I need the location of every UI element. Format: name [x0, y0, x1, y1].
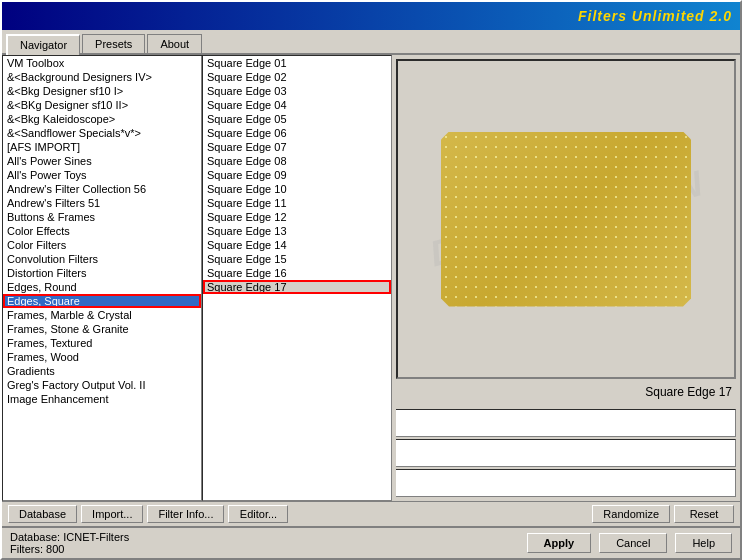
middle-list-item[interactable]: Square Edge 13: [203, 224, 391, 238]
left-list-item[interactable]: All's Power Sines: [3, 154, 201, 168]
preview-label: Square Edge 17: [396, 383, 736, 401]
left-panel[interactable]: VM Toolbox&<Background Designers IV>&<Bk…: [2, 55, 202, 501]
preview-image: [441, 132, 691, 307]
left-list-item[interactable]: &<Sandflower Specials*v*>: [3, 126, 201, 140]
tab-navigator[interactable]: Navigator: [6, 34, 80, 55]
middle-list-item[interactable]: Square Edge 17: [203, 280, 391, 294]
preview-dots: [441, 132, 691, 307]
editor-button[interactable]: Editor...: [228, 505, 288, 523]
left-list-item[interactable]: All's Power Toys: [3, 168, 201, 182]
help-button[interactable]: Help: [675, 533, 732, 553]
left-list-item[interactable]: Image Enhancement: [3, 392, 201, 406]
middle-list-item[interactable]: Square Edge 09: [203, 168, 391, 182]
main-content: VM Toolbox&<Background Designers IV>&<Bk…: [2, 55, 740, 501]
left-list-item[interactable]: Frames, Marble & Crystal: [3, 308, 201, 322]
left-list-item[interactable]: VM Toolbox: [3, 56, 201, 70]
sub-preview-2: [396, 439, 736, 467]
main-window: Filters Unlimited 2.0 Navigator Presets …: [0, 0, 742, 560]
left-list-item[interactable]: Convolution Filters: [3, 252, 201, 266]
middle-list-item[interactable]: Square Edge 05: [203, 112, 391, 126]
reset-button[interactable]: Reset: [674, 505, 734, 523]
app-title: Filters Unlimited 2.0: [578, 8, 732, 24]
middle-list-item[interactable]: Square Edge 06: [203, 126, 391, 140]
middle-list-item[interactable]: Square Edge 15: [203, 252, 391, 266]
left-list-item[interactable]: Distortion Filters: [3, 266, 201, 280]
filters-value: 800: [46, 543, 64, 555]
tab-about[interactable]: About: [147, 34, 202, 53]
middle-list-item[interactable]: Square Edge 14: [203, 238, 391, 252]
right-panel: DEMO VERSION Square Edge 17: [392, 55, 740, 501]
left-list-item[interactable]: &<Background Designers IV>: [3, 70, 201, 84]
middle-list-item[interactable]: Square Edge 04: [203, 98, 391, 112]
filter-info-button[interactable]: Filter Info...: [147, 505, 224, 523]
preview-image-bg: [441, 132, 691, 307]
left-list-item[interactable]: Frames, Wood: [3, 350, 201, 364]
preview-box: DEMO VERSION: [396, 59, 736, 379]
sub-preview-1: [396, 409, 736, 437]
middle-list-item[interactable]: Square Edge 01: [203, 56, 391, 70]
tab-presets[interactable]: Presets: [82, 34, 145, 53]
left-list-item[interactable]: Greg's Factory Output Vol. II: [3, 378, 201, 392]
status-section: Database: ICNET-Filters Filters: 800: [10, 531, 129, 555]
database-label: Database:: [10, 531, 63, 543]
left-list-item[interactable]: Edges, Square: [3, 294, 201, 308]
import-button[interactable]: Import...: [81, 505, 143, 523]
middle-list-item[interactable]: Square Edge 03: [203, 84, 391, 98]
left-list-item[interactable]: Color Effects: [3, 224, 201, 238]
left-list-item[interactable]: &<Bkg Kaleidoscope>: [3, 112, 201, 126]
left-list-item[interactable]: Gradients: [3, 364, 201, 378]
left-list-item[interactable]: [AFS IMPORT]: [3, 140, 201, 154]
sub-preview-row: [396, 409, 736, 497]
status-bar: Database: ICNET-Filters Filters: 800 App…: [2, 526, 740, 558]
tab-bar: Navigator Presets About: [2, 30, 740, 55]
middle-list-item[interactable]: Square Edge 08: [203, 154, 391, 168]
left-list-item[interactable]: Color Filters: [3, 238, 201, 252]
left-list-item[interactable]: Andrew's Filters 51: [3, 196, 201, 210]
randomize-button[interactable]: Randomize: [592, 505, 670, 523]
middle-list-item[interactable]: Square Edge 02: [203, 70, 391, 84]
left-list-item[interactable]: Frames, Textured: [3, 336, 201, 350]
middle-list-item[interactable]: Square Edge 16: [203, 266, 391, 280]
filters-label: Filters:: [10, 543, 46, 555]
left-list-item[interactable]: &<BKg Designer sf10 II>: [3, 98, 201, 112]
sub-preview-3: [396, 469, 736, 497]
middle-panel[interactable]: Square Edge 01Square Edge 02Square Edge …: [202, 55, 392, 501]
database-value: ICNET-Filters: [63, 531, 129, 543]
left-list-item[interactable]: Edges, Round: [3, 280, 201, 294]
left-list-item[interactable]: Frames, Stone & Granite: [3, 322, 201, 336]
database-status: Database: ICNET-Filters: [10, 531, 129, 543]
left-list-item[interactable]: Andrew's Filter Collection 56: [3, 182, 201, 196]
filters-status: Filters: 800: [10, 543, 129, 555]
left-list-item[interactable]: Buttons & Frames: [3, 210, 201, 224]
bottom-toolbar: Database Import... Filter Info... Editor…: [2, 501, 740, 526]
middle-list-item[interactable]: Square Edge 10: [203, 182, 391, 196]
apply-button[interactable]: Apply: [527, 533, 592, 553]
database-button[interactable]: Database: [8, 505, 77, 523]
title-bar: Filters Unlimited 2.0: [2, 2, 740, 30]
middle-list-item[interactable]: Square Edge 11: [203, 196, 391, 210]
middle-list-item[interactable]: Square Edge 12: [203, 210, 391, 224]
left-list-item[interactable]: &<Bkg Designer sf10 I>: [3, 84, 201, 98]
middle-list-item[interactable]: Square Edge 07: [203, 140, 391, 154]
cancel-button[interactable]: Cancel: [599, 533, 667, 553]
